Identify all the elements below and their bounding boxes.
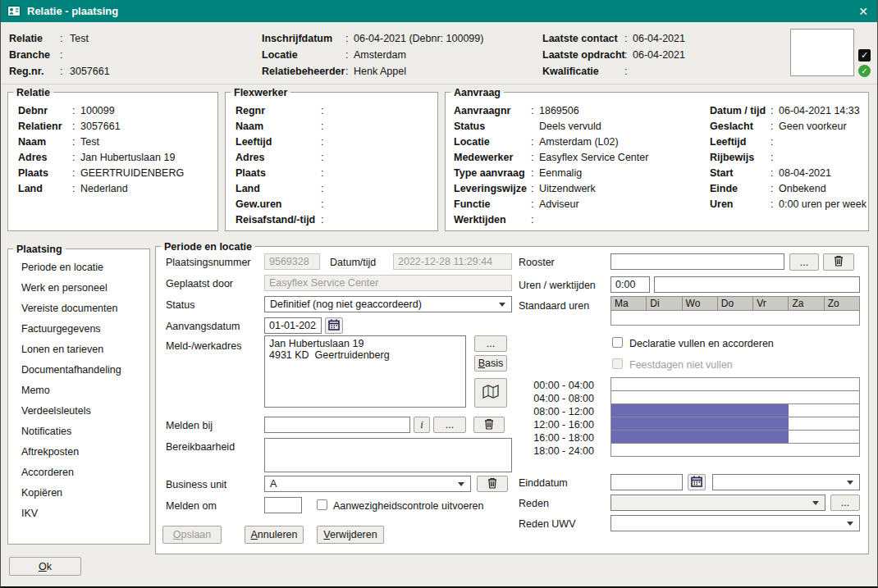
- aanvraag-right-rows: Datum / tijd:06-04-2021 14:33 Geslacht:G…: [710, 103, 867, 212]
- map-icon: [482, 385, 499, 401]
- plaatsingsnummer-label: Plaatsingsnummer: [166, 256, 251, 269]
- aanvangsdatum-input[interactable]: [264, 317, 322, 334]
- field-label: Gew.uren: [236, 197, 321, 212]
- timeslot-bar[interactable]: [610, 443, 860, 457]
- aanwezigheidscontrole-checkbox[interactable]: [317, 499, 327, 510]
- uren-input[interactable]: [610, 276, 650, 293]
- ok-button[interactable]: Ok: [9, 557, 81, 576]
- field-label: Relatie: [9, 30, 60, 47]
- declaratie-checkbox[interactable]: [612, 337, 623, 348]
- sidebar-item-documentafhandeling[interactable]: Documentafhandeling: [8, 360, 149, 381]
- day-header-zo: Zo: [825, 297, 859, 310]
- standaard-uren-input-row[interactable]: [610, 310, 860, 326]
- title-bar: Relatie - plaatsing ✕: [1, 0, 877, 22]
- aanvraag-row-uren: Uren:0:00 uren per week: [710, 197, 867, 212]
- bereikbaarheid-textarea[interactable]: [264, 438, 512, 472]
- aanvraag-row-rijbewijs: Rijbewijs:: [710, 150, 867, 166]
- aanvangsdatum-calendar-button[interactable]: [325, 317, 343, 334]
- sidebar-item-ikv[interactable]: IKV: [8, 504, 149, 524]
- melden-bij-delete-button[interactable]: [473, 417, 505, 433]
- relatie-row-adres: Adres:Jan Hubertuslaan 19: [18, 150, 184, 166]
- sidebar-item-aftrekposten[interactable]: Aftrekposten: [8, 442, 149, 463]
- timeslot-bar[interactable]: [610, 377, 860, 391]
- melden-bij-input[interactable]: [264, 417, 410, 433]
- meld-werkadres-textarea[interactable]: Jan Hubertuslaan 19 4931 KD Geertruidenb…: [264, 335, 466, 408]
- reden-uwv-select[interactable]: [610, 515, 860, 531]
- field-label: Locatie: [454, 134, 531, 150]
- business-unit-label: Business unit: [166, 478, 226, 491]
- field-value: 08-04-2021: [779, 166, 831, 181]
- melden-om-input[interactable]: [264, 497, 302, 513]
- status-select[interactable]: Definitief (nog niet geaccordeerd): [264, 296, 512, 312]
- green-check-icon: ✓: [858, 65, 871, 77]
- relatie-row-naam: Naam:Test: [18, 134, 184, 150]
- business-unit-select[interactable]: A: [264, 476, 471, 492]
- field-separator: :: [771, 103, 779, 119]
- annuleren-button[interactable]: Annuleren: [245, 526, 304, 544]
- plaatsing-legend: Plaatsing: [13, 243, 66, 256]
- header-branche: Branche:: [9, 47, 110, 63]
- melden-bij-info-button[interactable]: i: [414, 417, 430, 433]
- field-value: Eenmalig: [539, 166, 582, 181]
- sidebar-item-werk-en-personeel[interactable]: Werk en personeel: [8, 278, 149, 299]
- einddatum-periode-select[interactable]: [712, 474, 860, 490]
- rooster-more-button[interactable]: ...: [789, 253, 819, 271]
- sidebar-item-notificaties[interactable]: Notificaties: [8, 422, 149, 442]
- meld-werkadres-more-button[interactable]: ...: [474, 335, 507, 352]
- sidebar-item-vereiste-documenten[interactable]: Vereiste documenten: [8, 299, 149, 319]
- verwijderen-button[interactable]: Verwijderen: [317, 526, 384, 544]
- einddatum-input[interactable]: [610, 474, 683, 490]
- field-value: GEERTRUIDENBERG: [80, 166, 184, 181]
- rooster-delete-button[interactable]: [823, 253, 854, 271]
- timeslot-bar[interactable]: [610, 403, 860, 417]
- field-label: Kwalificatie: [542, 63, 624, 80]
- timeslot-bar[interactable]: [610, 430, 860, 444]
- header-left-column: Relatie:Test Branche: Reg.nr.:3057661: [9, 30, 110, 80]
- rooster-input[interactable]: [610, 253, 784, 270]
- flexwerker-row-regnr: Regnr:: [236, 103, 329, 119]
- sidebar-item-verdeelsleutels[interactable]: Verdeelsleutels: [8, 401, 149, 422]
- header-locatie: Locatie:Amsterdam: [262, 47, 483, 63]
- field-label: Laatste contact: [542, 30, 624, 47]
- sidebar-item-factuurgegevens[interactable]: Factuurgegevens: [8, 319, 149, 340]
- field-label: Relatienr: [18, 119, 72, 134]
- field-label: Adres: [236, 150, 321, 166]
- field-label: Inschrijfdatum: [262, 30, 345, 47]
- photo-placeholder: [790, 29, 854, 76]
- sidebar-item-lonen-en-tarieven[interactable]: Lonen en tarieven: [8, 340, 149, 360]
- aanvraag-row-geslacht: Geslacht:Geen voorkeur: [710, 119, 867, 134]
- field-separator: :: [60, 63, 70, 80]
- melden-om-label: Melden om: [166, 499, 217, 513]
- field-separator: :: [345, 63, 354, 80]
- field-label: Type aanvraag: [454, 166, 531, 181]
- sidebar-item-accorderen[interactable]: Accorderen: [8, 463, 149, 483]
- timeslot-label: 08:00 - 12:00: [516, 405, 594, 418]
- sidebar-item-memo[interactable]: Memo: [8, 381, 149, 401]
- werktijden-input[interactable]: [654, 276, 860, 293]
- ellipsis-icon: ...: [487, 338, 495, 349]
- timeslot-bar[interactable]: [610, 390, 860, 404]
- field-label: Branche: [9, 47, 60, 63]
- business-unit-delete-button[interactable]: [477, 476, 508, 492]
- field-separator: :: [771, 197, 779, 212]
- sidebar-item-periode-en-locatie[interactable]: Periode en locatie: [8, 258, 149, 278]
- header-inschrijfdatum: Inschrijfdatum:06-04-2021 (Debnr: 100099…: [262, 30, 483, 47]
- relatie-legend: Relatie: [13, 86, 53, 99]
- einddatum-calendar-button[interactable]: [688, 474, 706, 490]
- header-laatste-contact: Laatste contact:06-04-2021: [542, 30, 685, 47]
- melden-bij-more-button[interactable]: ...: [433, 417, 466, 433]
- einddatum-label: Einddatum: [519, 476, 568, 490]
- map-button[interactable]: [474, 378, 507, 408]
- basis-button[interactable]: Basis: [474, 355, 507, 371]
- sidebar-item-kopieren[interactable]: Kopiëren: [8, 483, 149, 504]
- reden-more-button[interactable]: ...: [830, 495, 860, 511]
- plaatsing-groupbox: Plaatsing Periode en locatie Werk en per…: [7, 248, 150, 545]
- header-relatiebeheerder: Relatiebeheerder:Henk Appel: [262, 63, 483, 80]
- field-label: Locatie: [262, 47, 345, 63]
- field-label: Rijbewijs: [710, 150, 771, 166]
- close-icon[interactable]: ✕: [849, 0, 877, 22]
- timeslot-bar[interactable]: [610, 417, 860, 431]
- field-separator: :: [531, 150, 539, 166]
- day-header-di: Di: [647, 297, 682, 310]
- field-separator: :: [771, 166, 779, 181]
